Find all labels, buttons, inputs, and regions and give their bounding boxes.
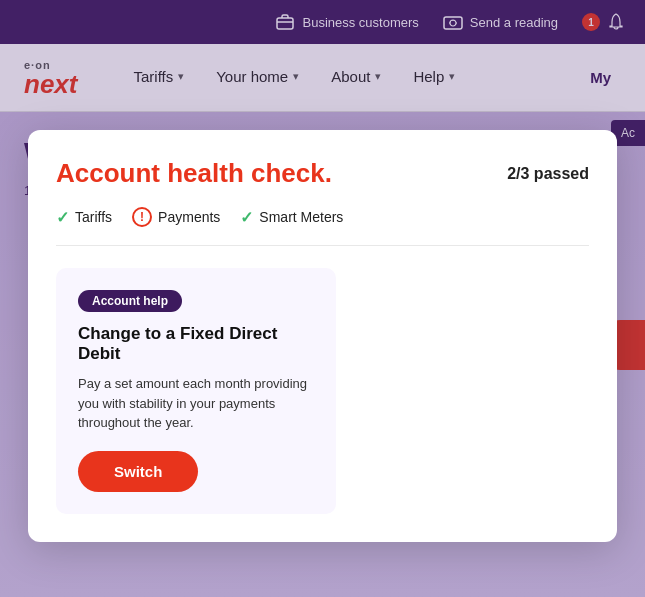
modal-header: Account health check. 2/3 passed [56, 158, 589, 189]
check-tariffs-label: Tariffs [75, 209, 112, 225]
card-description: Pay a set amount each month providing yo… [78, 374, 314, 433]
account-health-check-modal: Account health check. 2/3 passed ✓ Tarif… [28, 130, 617, 542]
modal-passed-label: 2/3 passed [507, 165, 589, 183]
check-smart-meters-label: Smart Meters [259, 209, 343, 225]
modal-title: Account health check. [56, 158, 332, 189]
check-payments: ! Payments [132, 207, 220, 227]
account-help-card: Account help Change to a Fixed Direct De… [56, 268, 336, 514]
check-tariffs: ✓ Tariffs [56, 208, 112, 227]
check-pass-icon: ✓ [240, 208, 253, 227]
check-pass-icon: ✓ [56, 208, 69, 227]
check-payments-label: Payments [158, 209, 220, 225]
check-warn-icon: ! [132, 207, 152, 227]
switch-button[interactable]: Switch [78, 451, 198, 492]
modal-checks: ✓ Tariffs ! Payments ✓ Smart Meters [56, 207, 589, 246]
check-smart-meters: ✓ Smart Meters [240, 208, 343, 227]
card-title: Change to a Fixed Direct Debit [78, 324, 314, 364]
card-tag: Account help [78, 290, 182, 312]
